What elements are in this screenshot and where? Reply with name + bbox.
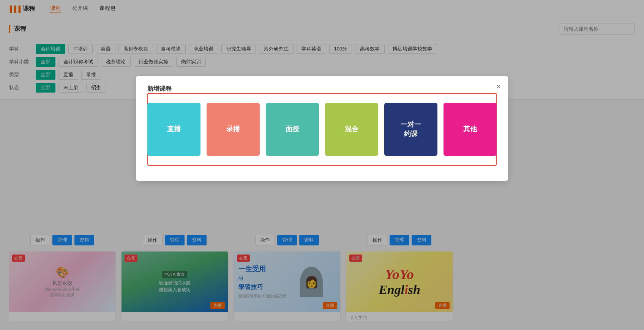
course-type-live[interactable]: 直播 [147, 103, 200, 156]
course-type-mixed[interactable]: 混合 [325, 103, 378, 156]
modal-title: 新增课程 [147, 85, 172, 92]
add-course-modal: 新增课程 × 直播 录播 面授 混合 一对一 约课 其他 [136, 76, 508, 181]
course-type-other[interactable]: 其他 [444, 103, 497, 156]
modal-close-button[interactable]: × [496, 83, 500, 91]
modal-overlay[interactable]: 新增课程 × 直播 录播 面授 混合 一对一 约课 其他 [0, 0, 644, 327]
course-type-recorded[interactable]: 录播 [207, 103, 260, 156]
course-type-grid: 直播 录播 面授 混合 一对一 约课 其他 [147, 93, 497, 166]
course-type-one-on-one[interactable]: 一对一 约课 [384, 103, 437, 156]
course-type-offline[interactable]: 面授 [266, 103, 319, 156]
main-content: 新增课程 × 直播 录播 面授 混合 一对一 约课 其他 操作 管理 资料 操作… [0, 100, 644, 327]
